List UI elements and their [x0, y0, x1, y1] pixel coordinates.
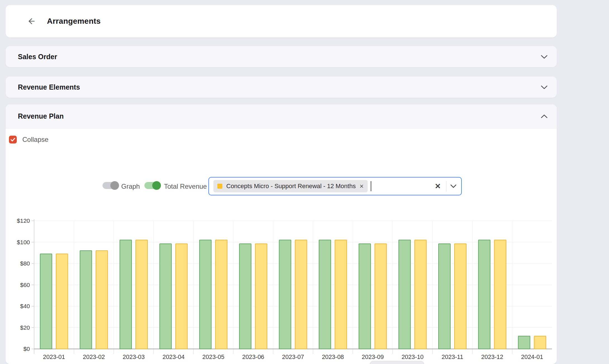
text-caret — [371, 181, 371, 191]
toggle-knob — [110, 181, 119, 190]
check-icon — [10, 136, 16, 143]
section-card-revenue-elements[interactable]: Revenue Elements — [6, 76, 557, 98]
svg-text:$60: $60 — [20, 282, 30, 288]
collapse-label: Collapse — [22, 136, 48, 143]
total-revenue-toggle-label: Total Revenue — [164, 183, 207, 190]
svg-text:2023-01: 2023-01 — [43, 354, 65, 360]
revenue-chart[interactable]: $0$20$40$60$80$100$1202023-012023-022023… — [0, 208, 609, 364]
section-title: Revenue Plan — [18, 112, 64, 120]
svg-text:2023-10: 2023-10 — [401, 354, 424, 360]
svg-text:2023-05: 2023-05 — [202, 354, 224, 360]
svg-text:$120: $120 — [17, 217, 30, 224]
arrow-left-icon — [26, 17, 35, 26]
graph-toggle[interactable] — [103, 182, 118, 189]
section-title: Revenue Elements — [18, 83, 80, 91]
svg-text:2024-01: 2024-01 — [521, 354, 543, 360]
graph-toggle-label: Graph — [121, 183, 140, 190]
svg-text:2023-07: 2023-07 — [282, 354, 304, 360]
back-button[interactable] — [25, 16, 36, 27]
arrangement-filter-select[interactable]: Concepts Micro - Support Renewal - 12 Mo… — [208, 177, 462, 195]
tag-label: Concepts Micro - Support Renewal - 12 Mo… — [226, 183, 356, 190]
svg-text:$40: $40 — [20, 303, 30, 309]
page-title: Arrangements — [47, 17, 101, 26]
svg-text:2023-08: 2023-08 — [322, 354, 344, 360]
select-divider — [446, 181, 446, 191]
svg-text:2023-11: 2023-11 — [442, 354, 463, 360]
selected-tag: Concepts Micro - Support Renewal - 12 Mo… — [213, 180, 368, 192]
svg-text:$100: $100 — [17, 239, 30, 245]
section-card-sales-order[interactable]: Sales Order — [6, 46, 557, 67]
tag-remove-icon[interactable]: ✕ — [359, 184, 364, 189]
tag-color-swatch — [217, 184, 222, 189]
section-title: Sales Order — [18, 53, 57, 61]
svg-text:$20: $20 — [20, 324, 30, 331]
header-card: Arrangements — [6, 5, 557, 37]
chevron-down-icon[interactable] — [541, 54, 548, 59]
svg-text:2023-12: 2023-12 — [481, 354, 503, 360]
total-revenue-toggle[interactable] — [144, 182, 160, 189]
dropdown-chevron-icon[interactable] — [450, 184, 457, 188]
svg-text:$80: $80 — [20, 260, 30, 267]
svg-text:$0: $0 — [23, 346, 30, 352]
partial-tooltip — [370, 361, 424, 364]
svg-text:2023-02: 2023-02 — [83, 354, 105, 360]
toggle-knob — [152, 181, 161, 190]
clear-selection-button[interactable]: ✕ — [435, 183, 441, 190]
svg-text:2023-09: 2023-09 — [362, 354, 384, 360]
chevron-down-icon[interactable] — [541, 85, 548, 90]
page: Arrangements Sales Order Revenue Element… — [0, 0, 609, 364]
svg-text:2023-06: 2023-06 — [242, 354, 264, 360]
svg-text:2023-04: 2023-04 — [163, 354, 185, 360]
revenue-plan-header[interactable]: Revenue Plan — [6, 104, 557, 128]
collapse-checkbox[interactable] — [9, 136, 17, 143]
svg-text:2023-03: 2023-03 — [123, 354, 145, 360]
collapse-row: Collapse — [9, 136, 48, 143]
chevron-up-icon[interactable] — [541, 114, 548, 119]
